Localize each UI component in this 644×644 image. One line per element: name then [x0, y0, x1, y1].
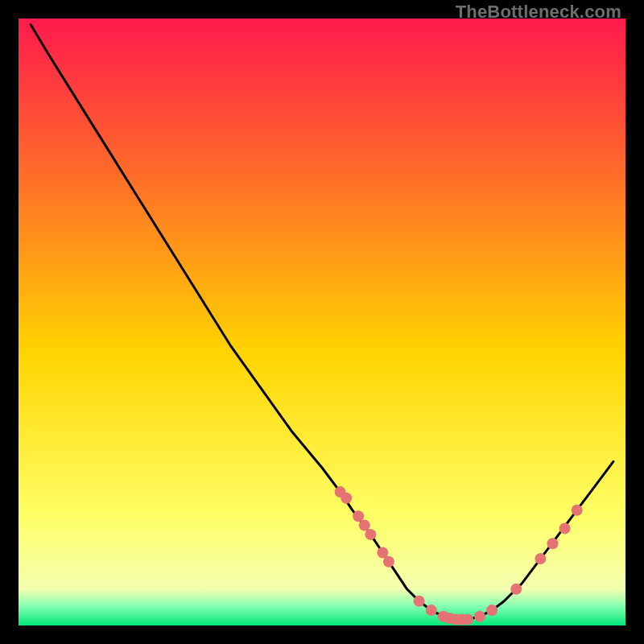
data-point	[341, 493, 352, 504]
bottleneck-chart	[19, 19, 625, 625]
data-point	[414, 596, 425, 607]
data-point	[572, 505, 583, 516]
chart-background	[19, 19, 625, 625]
data-point	[547, 538, 559, 549]
data-point	[383, 556, 394, 568]
data-point	[535, 553, 546, 564]
data-point	[365, 529, 376, 540]
data-point	[462, 614, 473, 625]
data-point	[426, 605, 437, 616]
data-point	[559, 522, 571, 534]
chart-frame	[19, 19, 625, 625]
data-point	[486, 605, 497, 616]
data-point	[474, 611, 485, 622]
data-point	[510, 584, 522, 595]
